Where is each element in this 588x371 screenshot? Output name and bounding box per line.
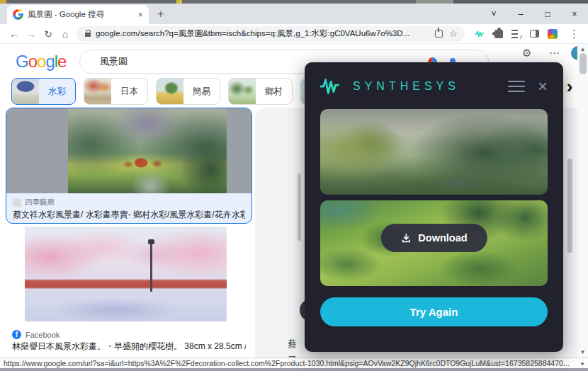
lamp-post-detail bbox=[150, 243, 152, 292]
tab-close-icon[interactable]: × bbox=[137, 10, 143, 19]
colorful-extension-icon[interactable] bbox=[548, 29, 558, 39]
chip-thumbnail bbox=[157, 78, 183, 105]
search-query: 風景園 bbox=[100, 55, 128, 68]
logo-letter: o bbox=[28, 52, 37, 71]
chip-watercolor[interactable]: 水彩 bbox=[11, 78, 76, 105]
popup-header: SYNTHESYS × bbox=[305, 62, 563, 103]
extensions-puzzle-icon[interactable] bbox=[494, 30, 503, 38]
close-window-button[interactable]: × bbox=[561, 9, 588, 19]
logo-letter: o bbox=[37, 52, 45, 71]
landscape-painting-thumbnail bbox=[68, 108, 227, 193]
status-url: https://www.google.com/url?sa=i&url=http… bbox=[0, 359, 577, 367]
tab-search-button[interactable]: ˅ bbox=[480, 9, 507, 19]
reload-button[interactable]: ↻ bbox=[40, 28, 57, 40]
panel-inner-scrollbar[interactable] bbox=[298, 173, 301, 241]
bookmark-star-icon[interactable]: ☆ bbox=[449, 28, 458, 39]
logo-letter: G bbox=[16, 52, 28, 71]
window-controls: ˅ – □ × bbox=[480, 4, 588, 24]
home-button[interactable]: ⌂ bbox=[57, 28, 74, 40]
chip-thumbnail bbox=[229, 78, 256, 105]
chip-label: 水彩 bbox=[39, 86, 75, 98]
tab-title: 風景園 - Google 搜尋 bbox=[28, 9, 133, 20]
result-title[interactable]: 蔡文祥水彩風景畫/ 水彩畫專賣- 鄉村水彩/風景水彩畫/花卉水彩畫/ 四季... bbox=[13, 209, 245, 221]
settings-gear-icon[interactable]: ⚙ bbox=[522, 47, 531, 59]
result-source-row: f Facebook bbox=[12, 330, 246, 339]
forward-button[interactable]: → bbox=[23, 28, 40, 40]
scroll-down-icon[interactable]: ▼ bbox=[577, 349, 588, 355]
popup-close-icon[interactable]: × bbox=[538, 78, 548, 95]
chip-japan[interactable]: 日本 bbox=[84, 78, 148, 105]
address-bar[interactable]: google.com/search?q=風景園&tbm=isch&chips=q… bbox=[77, 26, 465, 42]
chip-label: 簡易 bbox=[183, 86, 220, 98]
chip-thumbnail bbox=[84, 78, 111, 105]
try-again-label: Try Again bbox=[410, 306, 458, 318]
site-favicon-icon bbox=[13, 198, 21, 207]
side-panel-icon[interactable] bbox=[530, 30, 539, 38]
result-source: 四季藝廊 bbox=[25, 198, 55, 207]
panel-scrollbar[interactable] bbox=[567, 159, 572, 253]
result-source-row: 四季藝廊 bbox=[13, 198, 245, 207]
page-more-icon[interactable]: ⋯ bbox=[549, 47, 560, 59]
cherry-blossom-painting-thumbnail[interactable] bbox=[25, 227, 227, 321]
logo-letter: e bbox=[57, 52, 66, 71]
download-button[interactable]: Download bbox=[380, 224, 487, 252]
chevron-right-icon: › bbox=[567, 77, 573, 96]
page-scrollbar[interactable]: ▲ ▼ bbox=[577, 44, 588, 358]
share-icon[interactable] bbox=[435, 30, 443, 38]
generated-image-1 bbox=[320, 109, 548, 195]
synthesys-extension-icon[interactable] bbox=[475, 29, 486, 39]
lock-icon bbox=[85, 33, 91, 37]
reading-list-icon[interactable] bbox=[511, 30, 521, 38]
chip-label: 日本 bbox=[111, 86, 147, 98]
chip-thumbnail bbox=[12, 78, 39, 105]
new-tab-button[interactable]: + bbox=[157, 8, 164, 21]
result-title[interactable]: 林燊譽日本風景水彩畫。・早盛開的櫻花樹。 38cm x 28.5cm / Wat… bbox=[12, 341, 246, 353]
try-again-button[interactable]: Try Again bbox=[320, 297, 548, 326]
browser-toolbar: ← → ↻ ⌂ google.com/search?q=風景園&tbm=isch… bbox=[0, 24, 588, 44]
chip-label: 鄉村 bbox=[256, 86, 292, 98]
back-button[interactable]: ← bbox=[6, 28, 23, 40]
clipped-char: 蔡 bbox=[288, 336, 300, 352]
chip-simple[interactable]: 簡易 bbox=[156, 78, 220, 105]
browser-tab[interactable]: 風景園 - Google 搜尋 × bbox=[7, 5, 149, 24]
scroll-up-icon[interactable]: ▲ bbox=[577, 46, 588, 52]
facebook-icon: f bbox=[12, 330, 21, 339]
status-bar: https://www.google.com/url?sa=i&url=http… bbox=[0, 358, 588, 368]
download-icon bbox=[400, 233, 411, 244]
window-bottom-edge bbox=[0, 368, 588, 371]
scrollbar-thumb[interactable] bbox=[579, 53, 587, 74]
browser-titlebar: 風景園 - Google 搜尋 × + ˅ – □ × bbox=[0, 4, 588, 24]
download-label: Download bbox=[418, 232, 467, 244]
google-logo[interactable]: Google bbox=[16, 52, 66, 72]
result-source: Facebook bbox=[26, 331, 60, 339]
image-result-selected[interactable]: 四季藝廊 蔡文祥水彩風景畫/ 水彩畫專賣- 鄉村水彩/風景水彩畫/花卉水彩畫/ … bbox=[6, 108, 252, 224]
filter-chips: 水彩 日本 簡易 鄉村 bbox=[11, 78, 347, 105]
address-url[interactable]: google.com/search?q=風景園&tbm=isch&chips=q… bbox=[96, 28, 431, 39]
status-expand-icon: ▸ bbox=[577, 360, 588, 367]
minimize-button[interactable]: – bbox=[507, 9, 534, 19]
synthesys-waveform-icon bbox=[320, 76, 344, 96]
popup-brand-title: SYNTHESYS bbox=[353, 80, 460, 93]
result-image-area[interactable] bbox=[6, 108, 251, 193]
chip-countryside[interactable]: 鄉村 bbox=[228, 78, 293, 105]
generated-image-2: Download bbox=[320, 200, 548, 286]
google-favicon-icon bbox=[13, 9, 23, 20]
extensions-row: ⋮ bbox=[475, 28, 579, 40]
maximize-button[interactable]: □ bbox=[534, 9, 561, 19]
hamburger-menu-icon[interactable] bbox=[508, 78, 525, 96]
logo-letter: g bbox=[45, 52, 54, 71]
facebook-initial: f bbox=[16, 331, 18, 338]
synthesys-popup: SYNTHESYS × Download Try Again bbox=[305, 62, 563, 352]
browser-menu-icon[interactable]: ⋮ bbox=[569, 28, 579, 40]
image-result[interactable]: f Facebook 林燊譽日本風景水彩畫。・早盛開的櫻花樹。 38cm x 2… bbox=[6, 227, 252, 368]
